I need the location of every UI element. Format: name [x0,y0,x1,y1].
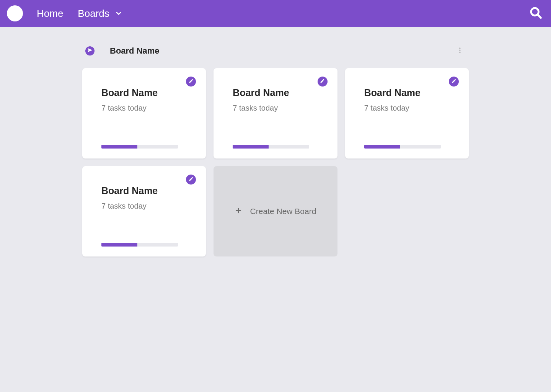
edit-button[interactable] [186,77,196,87]
edit-button[interactable] [449,77,459,87]
progress-fill [233,145,269,149]
progress-bar [101,145,178,149]
navbar: Home Boards [0,0,551,27]
progress-fill [101,243,137,247]
search-icon [529,14,543,21]
create-board-label: Create New Board [250,207,316,216]
board-card-title: Board Name [101,185,187,196]
pencil-icon [189,78,194,85]
progress-bar [364,145,441,149]
board-card-subtitle: 7 tasks today [233,104,318,113]
plus-icon [235,206,242,216]
more-button[interactable] [454,44,466,57]
pencil-icon [320,78,325,85]
board-card[interactable]: Board Name 7 tasks today [345,68,469,158]
board-card-title: Board Name [233,87,318,98]
create-board-card[interactable]: Create New Board [214,166,337,256]
nav-boards[interactable]: Boards [78,8,122,20]
progress-bar [233,145,309,149]
nav-home[interactable]: Home [37,8,63,20]
board-card-subtitle: 7 tasks today [364,104,450,113]
board-card[interactable]: Board Name 7 tasks today [82,68,206,158]
pencil-icon [189,176,194,183]
progress-fill [364,145,400,149]
board-card-subtitle: 7 tasks today [101,104,187,113]
logo[interactable] [7,5,23,21]
edit-button[interactable] [186,175,196,185]
board-card-title: Board Name [101,87,187,98]
nav-home-label: Home [37,8,63,20]
svg-point-2 [460,47,461,49]
progress-bar [101,243,178,247]
svg-line-1 [538,15,541,18]
more-vertical-icon [456,48,463,55]
page-header: Board Name [82,44,469,57]
nav-boards-label: Boards [78,8,109,20]
search-button[interactable] [527,4,544,23]
svg-point-3 [460,50,461,51]
board-group-icon[interactable] [85,46,95,56]
progress-fill [101,145,137,149]
board-card[interactable]: Board Name 7 tasks today [214,68,337,158]
page-title: Board Name [110,46,454,56]
board-card-subtitle: 7 tasks today [101,202,187,211]
edit-button[interactable] [318,77,328,87]
pencil-icon [452,78,456,85]
board-card[interactable]: Board Name 7 tasks today [82,166,206,256]
paper-plane-icon [87,47,93,54]
board-grid: Board Name 7 tasks today Board Name 7 ta… [82,68,469,256]
board-card-title: Board Name [364,87,450,98]
page: Board Name Board Name 7 tasks today [82,27,469,256]
chevron-down-icon [115,10,122,17]
svg-point-4 [460,52,461,53]
